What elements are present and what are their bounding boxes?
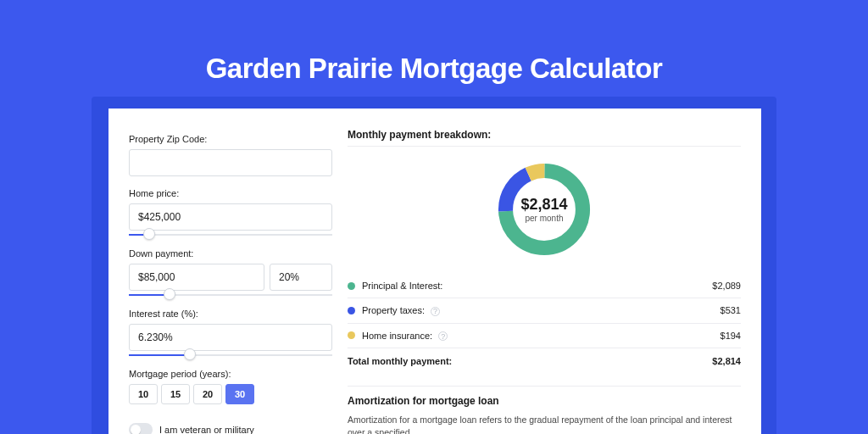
- donut-amount: $2,814: [520, 196, 567, 214]
- legend-label: Property taxes: ?: [362, 305, 721, 316]
- form-column: Property Zip Code: Home price: Down paym…: [129, 129, 332, 434]
- amortization-title: Amortization for mortgage loan: [348, 395, 741, 407]
- period-label: Mortgage period (years):: [129, 369, 332, 379]
- interest-rate-slider[interactable]: [129, 350, 332, 360]
- period-option-20[interactable]: 20: [193, 384, 222, 404]
- down-payment-percent-input[interactable]: [270, 264, 332, 291]
- veteran-label: I am veteran or military: [159, 425, 254, 434]
- breakdown-legend: Principal & Interest: $2,089 Property ta…: [348, 274, 741, 374]
- home-price-slider[interactable]: [129, 230, 332, 240]
- zip-label: Property Zip Code:: [129, 134, 332, 144]
- period-option-15[interactable]: 15: [161, 384, 190, 404]
- legend-row-total: Total monthly payment: $2,814: [348, 348, 741, 374]
- breakdown-column: Monthly payment breakdown: $2,814 per mo…: [348, 129, 741, 434]
- zip-input[interactable]: [129, 149, 332, 176]
- legend-value: $531: [721, 305, 741, 315]
- home-price-input[interactable]: [129, 203, 332, 231]
- info-icon[interactable]: ?: [431, 307, 440, 316]
- breakdown-title: Monthly payment breakdown:: [348, 129, 741, 147]
- interest-rate-input[interactable]: [129, 324, 332, 351]
- legend-value: $194: [721, 331, 741, 341]
- legend-label: Home insurance: ?: [362, 331, 721, 342]
- period-option-30[interactable]: 30: [225, 384, 254, 404]
- home-price-label: Home price:: [129, 188, 332, 198]
- legend-row-taxes: Property taxes: ? $531: [348, 298, 741, 324]
- legend-value: $2,089: [712, 281, 741, 291]
- veteran-toggle[interactable]: [129, 423, 153, 434]
- down-payment-slider[interactable]: [129, 290, 332, 300]
- down-payment-amount-input[interactable]: [129, 264, 264, 291]
- donut-chart: $2,814 per month: [493, 159, 595, 260]
- page-title: Garden Prairie Mortgage Calculator: [0, 0, 868, 85]
- period-option-10[interactable]: 10: [129, 384, 158, 404]
- legend-dot-icon: [348, 331, 355, 339]
- amortization-section: Amortization for mortgage loan Amortizat…: [348, 386, 741, 434]
- interest-rate-label: Interest rate (%):: [129, 309, 332, 319]
- donut-subtitle: per month: [525, 214, 563, 223]
- legend-row-insurance: Home insurance: ? $194: [348, 324, 741, 349]
- legend-dot-icon: [348, 307, 355, 314]
- legend-row-principal: Principal & Interest: $2,089: [348, 274, 741, 298]
- amortization-text: Amortization for a mortgage loan refers …: [348, 414, 741, 434]
- calculator-card: Property Zip Code: Home price: Down paym…: [108, 108, 761, 434]
- legend-label: Principal & Interest:: [362, 281, 712, 291]
- legend-dot-icon: [348, 282, 355, 290]
- down-payment-label: Down payment:: [129, 248, 332, 259]
- legend-total-label: Total monthly payment:: [348, 356, 712, 366]
- donut-chart-wrap: $2,814 per month: [348, 147, 741, 269]
- legend-total-value: $2,814: [712, 356, 741, 366]
- period-options: 10 15 20 30: [129, 384, 332, 404]
- veteran-row: I am veteran or military: [129, 423, 332, 434]
- info-icon[interactable]: ?: [438, 331, 448, 341]
